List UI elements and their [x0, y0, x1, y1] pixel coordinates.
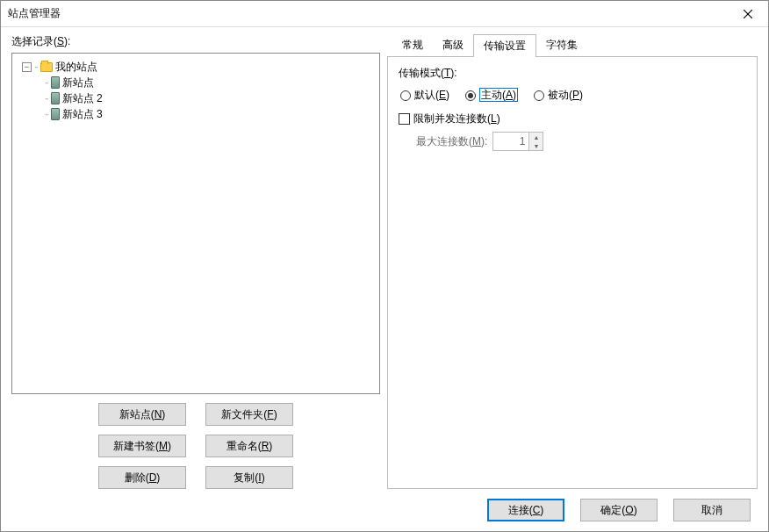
collapse-icon[interactable]: − — [22, 62, 32, 72]
transfer-settings-panel: 传输模式(T): 默认(E) 主动(A) 被动(P) — [387, 56, 758, 489]
limit-connections-checkbox[interactable]: 限制并发连接数(L) — [399, 111, 746, 126]
radio-icon — [400, 90, 411, 101]
close-button[interactable] — [728, 1, 768, 26]
tree-item[interactable]: ·· 新站点 3 — [16, 106, 376, 122]
select-entry-label: 选择记录(S): — [11, 34, 380, 49]
site-tree[interactable]: − ·· 我的站点 ·· 新站点 ·· 新站点 2 — [11, 53, 380, 394]
server-icon — [51, 108, 60, 120]
tree-item-label: 新站点 3 — [62, 107, 103, 122]
tree-root[interactable]: − ·· 我的站点 — [16, 59, 376, 75]
new-site-button[interactable]: 新站点(N) — [98, 403, 186, 426]
tab-advanced[interactable]: 高级 — [433, 34, 473, 56]
tree-item[interactable]: ·· 新站点 2 — [16, 90, 376, 106]
left-button-grid: 新站点(N) 新文件夹(F) 新建书签(M) 重命名(R) 删除(D) 复制(I… — [11, 403, 380, 489]
radio-icon — [465, 90, 476, 101]
copy-button[interactable]: 复制(I) — [205, 466, 293, 489]
limit-connections-label: 限制并发连接数(L) — [413, 111, 500, 126]
folder-icon — [40, 62, 53, 72]
tree-connector: ·· — [34, 62, 38, 72]
radio-active[interactable]: 主动(A) — [465, 88, 518, 103]
max-connections-row: 最大连接数(M): ▲ ▼ — [416, 132, 746, 151]
tree-root-label: 我的站点 — [55, 60, 97, 75]
connect-button[interactable]: 连接(C) — [487, 499, 564, 521]
spinner-arrows[interactable]: ▲ ▼ — [529, 132, 543, 151]
radio-icon — [534, 90, 544, 101]
new-folder-button[interactable]: 新文件夹(F) — [205, 403, 293, 426]
radio-default-label: 默认(E) — [414, 88, 449, 103]
right-column: 常规 高级 传输设置 字符集 传输模式(T): 默认(E) 主动(A) — [387, 34, 758, 489]
tab-charset[interactable]: 字符集 — [536, 34, 587, 56]
transfer-mode-label: 传输模式(T): — [399, 66, 746, 81]
tree-connector: ·· — [45, 110, 48, 119]
radio-passive[interactable]: 被动(P) — [534, 88, 583, 103]
radio-passive-label: 被动(P) — [548, 88, 583, 103]
cancel-button[interactable]: 取消 — [673, 499, 751, 521]
ok-button[interactable]: 确定(O) — [580, 499, 658, 521]
window-title: 站点管理器 — [8, 6, 728, 21]
tab-strip: 常规 高级 传输设置 字符集 — [387, 34, 758, 56]
tree-connector: ·· — [45, 94, 48, 104]
tree-item-label: 新站点 — [62, 75, 94, 90]
tree-item-label: 新站点 2 — [62, 91, 103, 106]
max-connections-label: 最大连接数(M): — [416, 134, 487, 149]
left-column: 选择记录(S): − ·· 我的站点 ·· 新站点 — [11, 34, 380, 489]
tree-connector: ·· — [45, 78, 48, 88]
title-bar: 站点管理器 — [1, 1, 768, 27]
max-connections-spinner[interactable]: ▲ ▼ — [492, 132, 543, 151]
tab-transfer[interactable]: 传输设置 — [473, 34, 536, 57]
tree-item[interactable]: ·· 新站点 — [16, 75, 376, 90]
dialog-footer: 连接(C) 确定(O) 取消 — [1, 489, 768, 531]
site-manager-window: 站点管理器 选择记录(S): − ·· 我的站点 ·· — [0, 0, 769, 532]
spinner-down-icon[interactable]: ▼ — [529, 141, 543, 150]
radio-default[interactable]: 默认(E) — [400, 88, 449, 103]
delete-button[interactable]: 删除(D) — [98, 466, 186, 489]
new-bookmark-button[interactable]: 新建书签(M) — [98, 435, 186, 457]
dialog-body: 选择记录(S): − ·· 我的站点 ·· 新站点 — [1, 27, 768, 489]
close-icon — [744, 10, 752, 18]
server-icon — [51, 76, 60, 89]
rename-button[interactable]: 重命名(R) — [205, 435, 293, 457]
max-connections-input[interactable] — [492, 132, 529, 151]
checkbox-icon — [399, 113, 410, 125]
tab-general[interactable]: 常规 — [392, 34, 433, 56]
spinner-up-icon[interactable]: ▲ — [529, 133, 543, 141]
radio-active-label: 主动(A) — [479, 88, 518, 103]
transfer-mode-radios: 默认(E) 主动(A) 被动(P) — [400, 88, 746, 103]
server-icon — [51, 92, 60, 104]
